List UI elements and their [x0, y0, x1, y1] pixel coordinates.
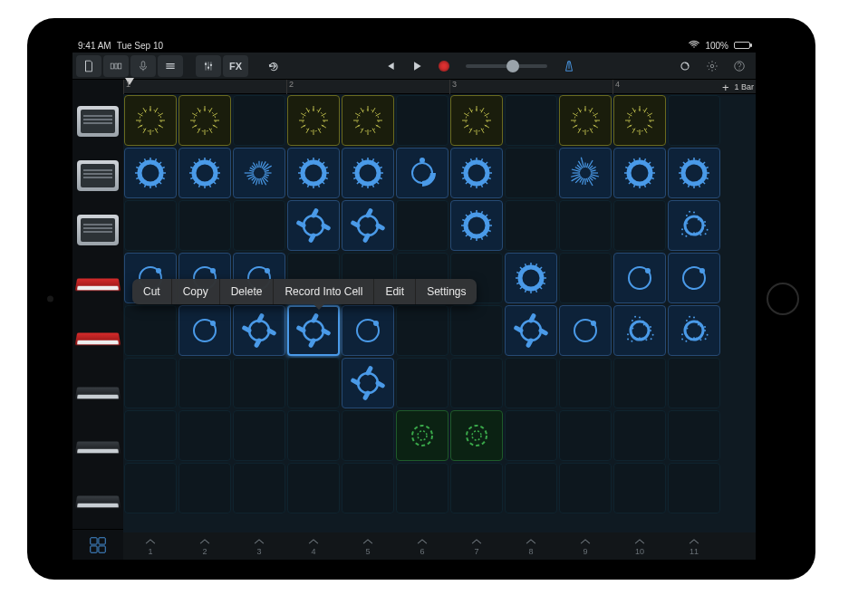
track-header[interactable] — [72, 149, 123, 203]
loop-cell[interactable] — [450, 410, 503, 461]
context-menu-item-delete[interactable]: Delete — [220, 279, 275, 304]
loop-cell[interactable] — [559, 410, 612, 461]
ruler[interactable]: + 1 Bar 1234 — [123, 80, 756, 94]
loop-cell[interactable] — [396, 358, 448, 408]
loop-cell[interactable] — [505, 200, 557, 251]
record-button[interactable] — [431, 55, 457, 77]
column-trigger[interactable]: 1 — [123, 532, 178, 560]
loop-cell[interactable] — [450, 305, 503, 356]
loop-cell[interactable] — [178, 200, 231, 251]
track-header[interactable] — [72, 312, 123, 366]
loop-cell[interactable] — [668, 463, 720, 513]
loop-cell[interactable] — [396, 410, 448, 461]
loop-cell[interactable] — [613, 253, 666, 303]
loop-cell[interactable] — [342, 410, 394, 461]
column-trigger[interactable]: 9 — [558, 532, 612, 560]
loop-cell[interactable] — [450, 148, 503, 198]
loop-cell[interactable] — [396, 148, 448, 198]
loop-cell[interactable] — [124, 305, 177, 356]
column-trigger[interactable]: 10 — [612, 532, 667, 560]
track-header[interactable] — [72, 475, 123, 529]
loop-cell[interactable] — [396, 95, 448, 146]
loop-cell[interactable] — [124, 358, 177, 408]
loop-cell[interactable] — [559, 253, 612, 303]
loop-cell[interactable] — [124, 463, 177, 513]
loop-cell[interactable] — [124, 95, 177, 146]
master-volume-thumb[interactable] — [506, 60, 519, 72]
loop-cell[interactable] — [668, 305, 720, 356]
context-menu-item-settings[interactable]: Settings — [416, 279, 477, 304]
loop-cell[interactable] — [233, 148, 285, 198]
loop-cell[interactable] — [287, 358, 340, 408]
fx-button[interactable]: FX — [223, 55, 248, 77]
context-menu-item-copy[interactable]: Copy — [172, 279, 220, 304]
loop-cell[interactable] — [613, 305, 666, 356]
column-trigger[interactable]: 2 — [178, 532, 232, 560]
undo-button[interactable] — [261, 55, 286, 77]
loop-cell[interactable] — [505, 305, 557, 356]
loop-cell[interactable] — [559, 305, 612, 356]
loop-cell[interactable] — [450, 95, 503, 146]
loop-cell[interactable] — [668, 148, 720, 198]
loop-cell[interactable] — [505, 463, 557, 513]
loop-cell[interactable] — [287, 200, 340, 251]
loop-cell[interactable] — [505, 148, 557, 198]
loop-cell[interactable] — [396, 463, 448, 513]
loop-cell[interactable] — [668, 253, 720, 303]
loop-cell[interactable] — [287, 95, 340, 146]
loop-cell[interactable] — [559, 148, 612, 198]
loop-cell[interactable] — [287, 463, 340, 513]
loop-cell[interactable] — [178, 358, 231, 408]
master-volume-slider[interactable] — [466, 64, 547, 68]
loop-cell[interactable] — [559, 95, 612, 146]
loop-cell[interactable] — [178, 410, 231, 461]
loop-cell[interactable] — [450, 463, 503, 513]
loop-browser-button[interactable] — [672, 55, 698, 77]
my-songs-button[interactable] — [76, 55, 101, 77]
track-header[interactable] — [72, 366, 123, 420]
loop-cell[interactable] — [613, 358, 666, 408]
column-trigger[interactable]: 3 — [232, 532, 286, 560]
loop-cell[interactable] — [505, 95, 557, 146]
loop-cell[interactable] — [668, 200, 720, 251]
loop-cell[interactable] — [178, 95, 231, 146]
column-trigger[interactable]: 6 — [395, 532, 449, 560]
loop-cell[interactable] — [613, 200, 666, 251]
column-trigger[interactable]: 8 — [504, 532, 558, 560]
mixer-button[interactable] — [196, 55, 221, 77]
loop-cell[interactable] — [287, 410, 340, 461]
loop-cell[interactable] — [342, 148, 394, 198]
loop-cell[interactable] — [613, 95, 666, 146]
track-header[interactable] — [72, 257, 123, 312]
loop-cell[interactable] — [559, 358, 612, 408]
column-trigger[interactable]: 4 — [286, 532, 341, 560]
column-trigger[interactable]: 5 — [341, 532, 395, 560]
loop-cell[interactable] — [124, 200, 177, 251]
mic-button[interactable] — [130, 55, 156, 77]
loop-cell[interactable] — [668, 358, 720, 408]
loop-cell[interactable] — [287, 148, 340, 198]
loop-cell[interactable] — [233, 95, 285, 146]
track-header[interactable] — [72, 94, 123, 149]
loop-cell[interactable] — [342, 200, 394, 251]
track-header[interactable] — [72, 420, 123, 475]
loop-cell[interactable] — [505, 358, 557, 408]
loop-cell[interactable] — [668, 410, 720, 461]
loop-cell[interactable] — [233, 305, 285, 356]
loop-cell[interactable] — [396, 305, 448, 356]
help-button[interactable] — [727, 55, 752, 77]
loop-cell[interactable] — [287, 305, 340, 356]
loop-cell[interactable] — [450, 200, 503, 251]
column-trigger[interactable]: 7 — [449, 532, 504, 560]
loop-cell[interactable] — [559, 463, 612, 513]
loop-cell[interactable] — [342, 95, 394, 146]
loop-cell[interactable] — [233, 463, 285, 513]
loop-cell[interactable] — [613, 148, 666, 198]
loop-cell[interactable] — [178, 305, 231, 356]
loop-cell[interactable] — [178, 148, 231, 198]
loop-cell[interactable] — [342, 463, 394, 513]
loop-cell[interactable] — [233, 358, 285, 408]
home-button[interactable] — [767, 283, 799, 315]
browser-button[interactable] — [103, 55, 129, 77]
track-header[interactable] — [72, 203, 123, 257]
